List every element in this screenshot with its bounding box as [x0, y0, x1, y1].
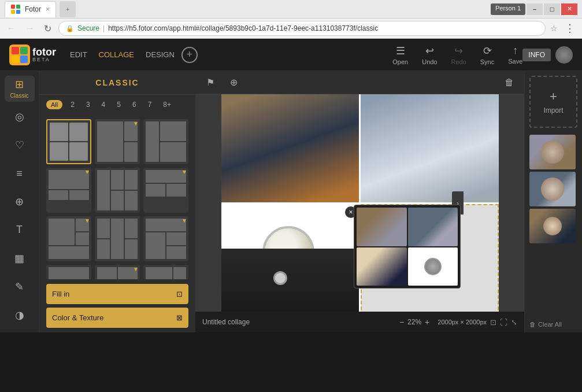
layout-thumb-12[interactable]: [143, 265, 188, 279]
photo-cell-1[interactable]: [221, 94, 359, 202]
color-texture-icon: ⊠: [176, 313, 183, 322]
tab-all[interactable]: All: [46, 100, 62, 109]
sidebar-item-edit[interactable]: ✎: [5, 273, 35, 299]
sidebar-item-classic[interactable]: ⊞ Classic: [5, 76, 35, 102]
tab-3[interactable]: 3: [83, 99, 94, 110]
sidebar-item-heart[interactable]: ♡: [5, 132, 35, 158]
sidebar-item-scene[interactable]: ◎: [5, 104, 35, 130]
clear-all-btn[interactable]: 🗑 Clear All: [525, 316, 582, 332]
canvas-toolbar: ⚑ ⊕ 🗑: [195, 71, 524, 94]
layout-thumb-9[interactable]: ▼: [143, 216, 188, 261]
fullscreen-icon[interactable]: ⛶: [500, 318, 507, 327]
secure-label: Secure: [77, 24, 99, 32]
action-undo[interactable]: ↩ Undo: [422, 45, 437, 65]
expand-icon[interactable]: ⤡: [511, 318, 517, 327]
texture-icon: ▦: [14, 252, 24, 265]
refresh-btn[interactable]: ↻: [42, 22, 54, 35]
tab-close-btn[interactable]: ×: [46, 5, 50, 13]
main-content: ⊞ Classic ◎ ♡ ≡ ⊕ T ▦ ✎: [0, 71, 582, 332]
layout-star-9: ▼: [181, 217, 187, 224]
clear-all-label: Clear All: [538, 321, 562, 328]
forward-btn[interactable]: →: [23, 22, 37, 35]
tab-numbers: All 2 3 4 5 6 7 8+: [39, 95, 195, 114]
layout-thumb-10[interactable]: [46, 265, 91, 279]
layout-thumb-1[interactable]: [46, 119, 91, 164]
maximize-btn[interactable]: □: [544, 3, 560, 15]
logo-text: fotor BETA: [32, 47, 56, 62]
tab-title: Fotor: [25, 5, 41, 13]
layout-thumb-8[interactable]: [95, 216, 140, 261]
tab-5[interactable]: 5: [113, 99, 124, 110]
svg-rect-7: [12, 56, 19, 63]
sidebar-item-texture[interactable]: ▦: [5, 245, 35, 271]
new-tab-btn[interactable]: +: [60, 1, 76, 17]
window-controls: Person 1 − □ ✕: [488, 3, 577, 15]
zoom-minus-btn[interactable]: −: [399, 317, 404, 327]
info-btn[interactable]: INFO: [522, 49, 551, 61]
sync-icon: ⟳: [483, 45, 492, 57]
delete-tool[interactable]: 🗑: [501, 75, 517, 91]
layout-thumb-6[interactable]: ▼: [143, 168, 188, 213]
layout-thumb-3[interactable]: [143, 119, 188, 164]
photo-cell-3[interactable]: ×: [221, 204, 359, 312]
profile-btn[interactable]: [555, 46, 573, 64]
svg-rect-6: [20, 47, 28, 54]
svg-rect-3: [16, 10, 20, 14]
mini-cell-4: [408, 247, 458, 286]
nav-edit[interactable]: EDIT: [70, 50, 87, 59]
flag-tool[interactable]: ⚑: [202, 75, 218, 91]
browser-tab[interactable]: Fotor ×: [5, 1, 56, 17]
sync-label: Sync: [480, 58, 494, 65]
minimize-btn[interactable]: −: [527, 3, 543, 15]
nav-design[interactable]: DESIGN: [146, 50, 175, 59]
tab-6[interactable]: 6: [129, 99, 140, 110]
zoom-controls: − 22% + 2000px × 2000px ⊡ ⛶ ⤡: [399, 317, 517, 327]
layout-star-4: ▼: [84, 169, 90, 175]
action-save[interactable]: ↑ Save: [508, 45, 522, 65]
sidebar-item-clock[interactable]: ◑: [5, 302, 35, 328]
title-bar: Fotor × + Person 1 − □ ✕: [0, 0, 582, 19]
add-photo-tool[interactable]: ⊕: [225, 75, 242, 91]
address-bar: ← → ↻ 🔒 Secure | https://h5.fotor.com/ap…: [0, 19, 582, 38]
action-sync[interactable]: ⟳ Sync: [480, 45, 494, 65]
redo-icon: ↪: [454, 45, 463, 57]
layout-thumb-11[interactable]: ▼: [95, 265, 140, 279]
action-open[interactable]: ☰ Open: [392, 45, 408, 65]
color-texture-label: Color & Texture: [52, 313, 103, 322]
layout-thumb-5[interactable]: [95, 168, 140, 213]
fill-in-btn[interactable]: Fill in ⊡: [46, 284, 188, 304]
mini-cell-1: [357, 208, 407, 246]
color-texture-btn[interactable]: Color & Texture ⊠: [46, 308, 188, 328]
import-area[interactable]: + Import: [529, 76, 577, 128]
title-bar-left: Fotor × +: [5, 1, 76, 17]
sidebar-item-circle[interactable]: ⊕: [5, 189, 35, 215]
close-btn[interactable]: ✕: [561, 3, 577, 15]
photo-thumb-3[interactable]: [529, 209, 576, 243]
add-btn[interactable]: +: [181, 47, 198, 63]
save-icon: ↑: [513, 45, 518, 57]
sidebar-item-text[interactable]: T: [5, 217, 35, 243]
photo-cell-2[interactable]: [361, 94, 499, 202]
photo-thumb-2[interactable]: [529, 172, 576, 206]
open-icon: ☰: [396, 45, 405, 57]
collage-name: Untitled collage: [202, 318, 250, 326]
action-redo[interactable]: ↪ Redo: [451, 45, 466, 65]
bookmark-btn[interactable]: ☆: [550, 24, 558, 33]
layout-thumb-7[interactable]: ▼: [46, 216, 91, 261]
back-btn[interactable]: ←: [5, 22, 18, 35]
photo-thumb-1[interactable]: [529, 135, 576, 169]
browser-menu-btn[interactable]: ⋮: [562, 21, 577, 36]
sidebar-item-list[interactable]: ≡: [5, 161, 35, 187]
layout-thumb-2[interactable]: ▼: [95, 119, 140, 164]
tab-2[interactable]: 2: [67, 99, 78, 110]
tab-8plus[interactable]: 8+: [160, 99, 175, 110]
mini-cell-2: [408, 208, 458, 246]
zoom-plus-btn[interactable]: +: [425, 317, 429, 327]
tab-7[interactable]: 7: [144, 99, 155, 110]
tab-4[interactable]: 4: [98, 99, 109, 110]
url-bar[interactable]: 🔒 Secure | https://h5.fotor.com/app.html…: [58, 21, 546, 36]
fit-icon[interactable]: ⊡: [490, 318, 496, 327]
nav-collage[interactable]: COLLAGE: [99, 50, 134, 59]
layout-thumb-4[interactable]: ▼: [46, 168, 91, 213]
heart-icon: ♡: [15, 139, 24, 151]
